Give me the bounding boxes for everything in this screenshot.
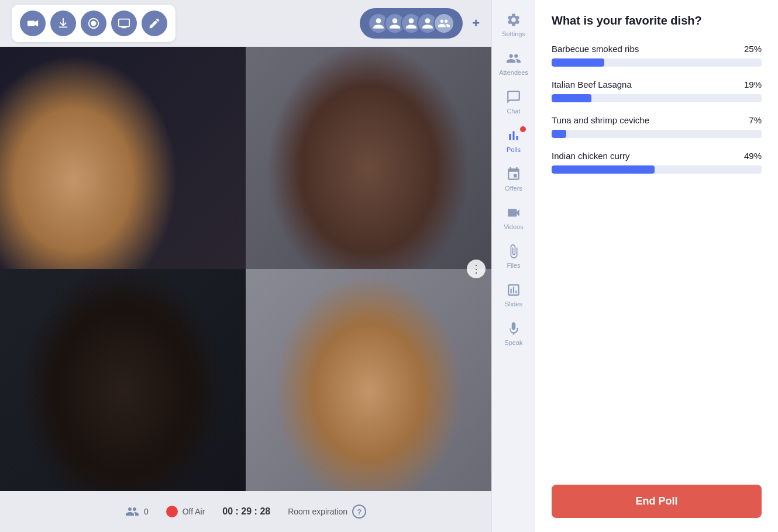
poll-bar-track-4 <box>552 165 762 174</box>
sidebar-item-slides[interactable]: Slides <box>493 276 534 312</box>
poll-option-2-label: Italian Beef Lasagna <box>552 80 632 89</box>
sidebar-item-attendees[interactable]: Attendees <box>493 44 534 81</box>
attendee-avatar-5 <box>433 13 455 34</box>
help-icon: ? <box>357 507 362 516</box>
chat-label: Chat <box>507 108 520 115</box>
poll-option-1: Barbecue smoked ribs 25% <box>552 44 762 67</box>
poll-option-4-label: Indian chicken curry <box>552 151 629 161</box>
videos-label: Videos <box>504 223 523 230</box>
poll-bar-fill-4 <box>552 165 655 174</box>
video-area: + ⋮ 0 Off Air <box>0 0 491 532</box>
record-button[interactable] <box>81 11 106 36</box>
end-poll-button[interactable]: End Poll <box>552 485 762 518</box>
sidebar-item-chat[interactable]: Chat <box>493 83 534 119</box>
more-options-button[interactable]: ⋮ <box>467 260 486 278</box>
timer-display: 00 : 29 : 28 <box>222 506 270 517</box>
poll-option-2-header: Italian Beef Lasagna 19% <box>552 80 762 89</box>
offers-icon <box>505 166 522 182</box>
video-cell-2 <box>246 47 491 269</box>
poll-bar-fill-3 <box>552 130 566 138</box>
poll-option-2-pct: 19% <box>744 80 762 89</box>
poll-option-1-label: Barbecue smoked ribs <box>552 44 639 54</box>
polls-icon <box>505 127 522 144</box>
sidebar-item-files[interactable]: Files <box>493 237 534 274</box>
poll-option-3-pct: 7% <box>749 115 762 125</box>
sidebar: Settings Attendees Chat Polls <box>491 0 535 532</box>
slides-icon <box>505 282 522 298</box>
toolbar-left <box>12 5 175 42</box>
users-icon <box>125 505 139 519</box>
offers-label: Offers <box>505 185 522 192</box>
files-label: Files <box>507 262 520 269</box>
poll-bar-track-2 <box>552 94 762 102</box>
video-cell-4 <box>246 269 491 491</box>
video-cell-1 <box>0 47 246 269</box>
poll-option-1-header: Barbecue smoked ribs 25% <box>552 44 762 54</box>
slides-label: Slides <box>505 300 522 308</box>
off-air-dot <box>166 506 178 517</box>
video-cell-3 <box>0 269 246 491</box>
camera-button[interactable] <box>20 11 46 36</box>
attendees-label: Attendees <box>499 69 528 76</box>
bottom-bar: 0 Off Air 00 : 29 : 28 Room expiration ? <box>0 491 491 532</box>
speak-label: Speak <box>504 339 522 346</box>
videos-icon <box>505 205 522 221</box>
svg-marker-1 <box>35 20 38 27</box>
poll-bar-track-1 <box>552 58 762 67</box>
chat-icon <box>505 89 522 105</box>
settings-label: Settings <box>502 30 525 37</box>
poll-title: What is your favorite dish? <box>552 14 762 27</box>
svg-rect-0 <box>27 20 35 26</box>
poll-panel: What is your favorite dish? Barbecue smo… <box>535 0 778 532</box>
svg-point-2 <box>91 20 96 26</box>
sidebar-item-settings[interactable]: Settings <box>493 6 534 42</box>
off-air-item: Off Air <box>166 506 205 517</box>
room-expiration-label: Room expiration <box>288 507 347 516</box>
download-button[interactable] <box>50 11 76 36</box>
poll-option-3: Tuna and shrimp ceviche 7% <box>552 115 762 138</box>
settings-icon <box>505 12 522 28</box>
poll-option-3-header: Tuna and shrimp ceviche 7% <box>552 115 762 125</box>
off-air-label: Off Air <box>183 507 205 516</box>
add-attendee-button[interactable]: + <box>472 16 480 31</box>
files-icon <box>505 243 522 260</box>
user-count: 0 <box>144 507 149 516</box>
poll-option-4-header: Indian chicken curry 49% <box>552 151 762 161</box>
sidebar-item-offers[interactable]: Offers <box>493 160 534 196</box>
svg-rect-4 <box>119 19 129 27</box>
poll-bar-track-3 <box>552 130 762 138</box>
toolbar-right: + <box>360 8 480 39</box>
poll-bar-fill-1 <box>552 58 604 67</box>
poll-option-2: Italian Beef Lasagna 19% <box>552 80 762 102</box>
poll-option-3-label: Tuna and shrimp ceviche <box>552 115 649 125</box>
polls-notification-dot <box>520 126 526 132</box>
sidebar-item-polls[interactable]: Polls <box>493 122 534 158</box>
room-expiration-item: Room expiration ? <box>288 505 366 519</box>
timer-item: 00 : 29 : 28 <box>222 506 270 517</box>
user-count-item: 0 <box>125 505 149 519</box>
poll-option-4: Indian chicken curry 49% <box>552 151 762 174</box>
polls-label: Polls <box>507 146 521 153</box>
poll-bar-fill-2 <box>552 94 591 102</box>
attendees-icons[interactable] <box>360 8 463 39</box>
poll-option-4-pct: 49% <box>744 151 762 161</box>
poll-option-1-pct: 25% <box>744 44 762 54</box>
toolbar: + <box>0 0 491 47</box>
sidebar-item-speak[interactable]: Speak <box>493 315 534 351</box>
speak-icon <box>505 320 522 337</box>
sidebar-item-videos[interactable]: Videos <box>493 199 534 235</box>
edit-button[interactable] <box>142 11 167 36</box>
screen-share-button[interactable] <box>111 11 137 36</box>
attendees-icon <box>505 50 522 67</box>
help-button[interactable]: ? <box>352 505 366 519</box>
video-grid: ⋮ <box>0 47 491 491</box>
